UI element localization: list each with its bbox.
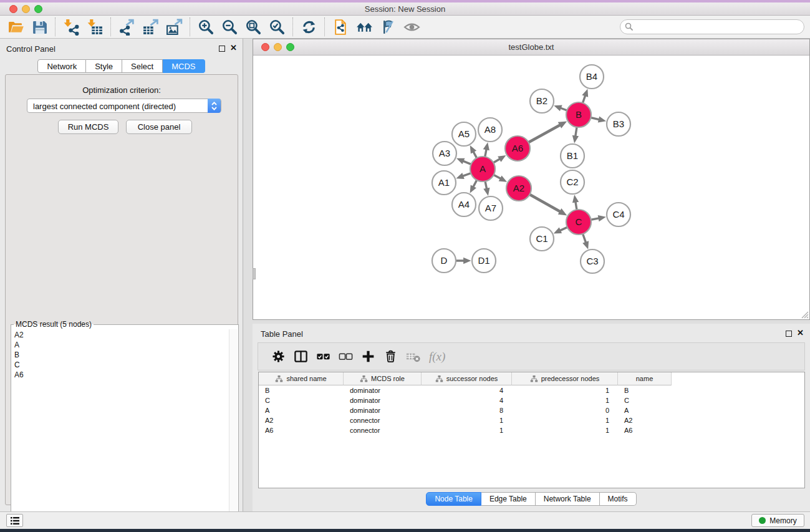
cell-mcds-role[interactable]: dominator xyxy=(344,395,422,405)
result-item[interactable]: A2 xyxy=(12,330,228,340)
graph-node-A1[interactable] xyxy=(432,171,456,195)
cell-successor-nodes[interactable]: 4 xyxy=(422,385,512,395)
cell-mcds-role[interactable]: dominator xyxy=(344,405,422,415)
run-mcds-button[interactable]: Run MCDS xyxy=(58,120,118,134)
graph-node-D1[interactable] xyxy=(472,249,496,273)
tab-motifs[interactable]: Motifs xyxy=(600,492,637,506)
cell-name[interactable]: A6 xyxy=(618,425,672,435)
cell-predecessor-nodes[interactable]: 1 xyxy=(512,425,618,435)
memory-button[interactable]: Memory xyxy=(751,514,804,527)
tab-edge-table[interactable]: Edge Table xyxy=(481,492,536,506)
first-neighbors-icon[interactable] xyxy=(352,17,376,37)
graph-node-B1[interactable] xyxy=(561,144,584,168)
tab-style[interactable]: Style xyxy=(86,59,122,73)
graph-node-A2[interactable] xyxy=(506,176,531,201)
table-row[interactable]: Bdominator41B xyxy=(259,385,804,395)
graph-node-D[interactable] xyxy=(432,249,456,273)
float-panel-icon[interactable] xyxy=(786,331,792,337)
cell-successor-nodes[interactable]: 1 xyxy=(422,425,512,435)
zoom-fit-icon[interactable] xyxy=(241,17,265,37)
cell-shared-name[interactable]: A2 xyxy=(259,415,344,425)
table-row[interactable]: A2connector11A2 xyxy=(259,415,804,425)
criterion-dropdown[interactable]: largest connected component (directed) xyxy=(27,99,221,113)
gear-icon[interactable] xyxy=(267,346,289,367)
export-network-icon[interactable] xyxy=(115,17,138,37)
graph-node-A3[interactable] xyxy=(433,142,456,165)
add-column-icon[interactable] xyxy=(357,346,379,367)
delete-table-icon[interactable] xyxy=(402,346,424,367)
select-all-checkboxes-icon[interactable] xyxy=(312,346,334,367)
cell-shared-name[interactable]: A xyxy=(259,405,344,415)
cell-name[interactable]: A xyxy=(618,405,672,415)
zoom-selected-icon[interactable] xyxy=(265,17,289,37)
birds-eye-icon[interactable] xyxy=(400,17,423,37)
network-canvas[interactable]: B4B2BB3A8A5A6A3B1AC2A1A2A4A7C4CC1C3DD1 xyxy=(253,56,809,319)
graph-node-B4[interactable] xyxy=(580,65,604,89)
deselect-all-checkboxes-icon[interactable] xyxy=(334,346,357,367)
network-from-selection-icon[interactable] xyxy=(329,17,352,37)
column-header-shared-name[interactable]: shared name xyxy=(259,372,344,385)
result-item[interactable]: A6 xyxy=(12,370,228,380)
result-item[interactable]: B xyxy=(12,350,228,360)
column-header-successor-nodes[interactable]: successor nodes xyxy=(422,372,512,385)
cell-name[interactable]: A2 xyxy=(618,415,672,425)
search-input[interactable] xyxy=(620,19,804,34)
graph-node-C1[interactable] xyxy=(530,227,554,251)
graph-node-A6[interactable] xyxy=(505,136,530,161)
graph-node-B3[interactable] xyxy=(607,112,630,136)
export-image-icon[interactable] xyxy=(162,17,186,37)
graph-node-C[interactable] xyxy=(566,210,591,235)
column-header-predecessor-nodes[interactable]: predecessor nodes xyxy=(512,372,618,385)
cell-mcds-role[interactable]: connector xyxy=(344,425,422,435)
graph-node-C4[interactable] xyxy=(607,203,630,226)
resize-grip-icon[interactable] xyxy=(800,310,809,319)
graph-node-C2[interactable] xyxy=(561,170,584,194)
export-table-icon[interactable] xyxy=(138,17,162,37)
open-folder-icon[interactable] xyxy=(4,17,27,37)
cell-predecessor-nodes[interactable]: 1 xyxy=(512,385,618,395)
refresh-layout-icon[interactable] xyxy=(297,17,321,37)
tab-select[interactable]: Select xyxy=(122,59,163,73)
cell-predecessor-nodes[interactable]: 1 xyxy=(512,395,618,405)
result-item[interactable]: C xyxy=(12,360,228,370)
graph-node-A5[interactable] xyxy=(452,122,476,146)
cell-shared-name[interactable]: C xyxy=(259,395,344,405)
tab-network[interactable]: Network xyxy=(37,59,86,73)
graph-node-A4[interactable] xyxy=(452,193,476,216)
import-network-icon[interactable] xyxy=(59,17,83,37)
result-scrollbar[interactable] xyxy=(229,329,238,532)
graphics-details-icon[interactable] xyxy=(376,17,400,37)
tab-network-table[interactable]: Network Table xyxy=(536,492,600,506)
cell-shared-name[interactable]: A6 xyxy=(259,425,344,435)
close-panel-icon[interactable]: ✕ xyxy=(797,329,804,337)
graph-node-C3[interactable] xyxy=(581,249,604,273)
import-table-icon[interactable] xyxy=(83,17,107,37)
graph-node-A8[interactable] xyxy=(478,118,502,142)
cell-successor-nodes[interactable]: 8 xyxy=(422,405,512,415)
column-header-name[interactable]: name xyxy=(618,372,672,385)
column-header-mcds-role[interactable]: MCDS role xyxy=(344,372,422,385)
cell-mcds-role[interactable]: connector xyxy=(344,415,422,425)
cell-shared-name[interactable]: B xyxy=(259,385,344,395)
cell-successor-nodes[interactable]: 4 xyxy=(422,395,512,405)
tab-mcds[interactable]: MCDS xyxy=(163,59,205,73)
network-window-titlebar[interactable]: testGlobe.txt xyxy=(253,39,809,56)
zoom-out-icon[interactable] xyxy=(218,17,241,37)
table-row[interactable]: Cdominator41C xyxy=(259,395,804,405)
graph-node-B[interactable] xyxy=(566,102,591,127)
split-columns-icon[interactable] xyxy=(289,346,312,367)
result-item[interactable]: A xyxy=(12,340,228,350)
graph-node-A[interactable] xyxy=(470,157,495,181)
cell-predecessor-nodes[interactable]: 1 xyxy=(512,415,618,425)
table-row[interactable]: A6connector11A6 xyxy=(259,425,804,435)
cell-predecessor-nodes[interactable]: 0 xyxy=(512,405,618,415)
cell-name[interactable]: B xyxy=(618,385,672,395)
cell-successor-nodes[interactable]: 1 xyxy=(422,415,512,425)
graph-node-A7[interactable] xyxy=(479,196,503,220)
close-panel-icon[interactable]: ✕ xyxy=(230,44,237,52)
close-panel-button[interactable]: Close panel xyxy=(126,120,192,134)
table-row[interactable]: Adominator80A xyxy=(259,405,804,415)
cell-name[interactable]: C xyxy=(618,395,672,405)
save-icon[interactable] xyxy=(27,17,51,37)
cell-mcds-role[interactable]: dominator xyxy=(344,385,422,395)
